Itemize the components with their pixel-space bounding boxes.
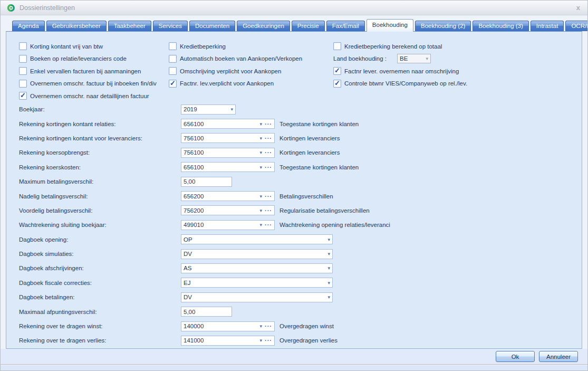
lookup-ellipsis-icon[interactable]: ···: [265, 207, 272, 214]
tab-gebruikersbeheer[interactable]: Gebruikersbeheer: [46, 21, 107, 31]
wachtrekening-sluiting-select[interactable]: 499010 ▾ ···: [181, 220, 275, 230]
selected-value: DV: [184, 294, 325, 300]
rekening-over-te-dragen-verlies-select[interactable]: 141000 ▾ ···: [181, 336, 275, 346]
checkbox-factnr-lev-verplicht[interactable]: [169, 80, 177, 88]
dialog-footer: Ok Annuleer: [1, 349, 587, 364]
lookup-ellipsis-icon[interactable]: ···: [265, 323, 272, 329]
tab-precisie[interactable]: Precisie: [292, 21, 325, 31]
selected-value: 2019: [184, 106, 228, 112]
form-row: Wachtrekening sluiting boekjaar: 499010 …: [19, 218, 582, 232]
tab-taakbeheer[interactable]: Taakbeheer: [108, 21, 151, 31]
checkbox-column-2: Kredietbeperking Automatisch boeken van …: [169, 40, 333, 102]
chevron-down-icon: ▾: [259, 165, 262, 170]
checkbox-column-1: Korting kontant vrij van btw Boeken op r…: [19, 40, 169, 102]
checkbox-kredietbeperking-totaal[interactable]: [333, 42, 341, 50]
selected-value: OP: [184, 236, 325, 243]
account-description: Toegestane kortingen klanten: [279, 121, 359, 127]
lookup-ellipsis-icon[interactable]: ···: [265, 135, 272, 141]
checkbox-overnemen-omschr-detaillijnen[interactable]: [19, 92, 27, 100]
land-boekhouding-select[interactable]: BE ▾: [397, 54, 431, 63]
rekening-koerskosten-select[interactable]: 656100 ▾ ···: [181, 162, 275, 172]
tab-fax-email[interactable]: Fax/Email: [326, 21, 365, 31]
field-label: Voordelig betalingsverschil:: [19, 207, 181, 214]
checkbox-overnemen-omschr-fin-div[interactable]: [19, 80, 27, 88]
lookup-ellipsis-icon[interactable]: ···: [265, 121, 272, 127]
tab-boekhouding-3[interactable]: Boekhouding (3): [473, 21, 528, 31]
form-row: Dagboek simulaties: DV ▾: [19, 246, 582, 261]
checkbox-label: Kredietbeperking: [180, 43, 226, 50]
check-row: Factnr. lev.verplicht voor Aankopen: [169, 78, 333, 90]
check-row: Overnemen omschr. naar detaillijnen fact…: [19, 90, 169, 102]
panel-content: Korting kontant vrij van btw Boeken op r…: [6, 32, 582, 348]
dagboek-afschrijvingen-select[interactable]: AS ▾: [181, 263, 333, 273]
account-description: Overgedragen verlies: [279, 337, 338, 344]
field-label: Maximum betalingsverschil:: [19, 178, 181, 185]
selected-value: 756100: [184, 135, 257, 141]
tab-intrastat[interactable]: Intrastat: [531, 21, 564, 31]
form-row: Rekening kortingen kontant voor leveranc…: [19, 131, 582, 145]
checkbox-omschrijving-verplicht[interactable]: [169, 67, 177, 75]
rekening-kortingen-relaties-select[interactable]: 656100 ▾ ···: [181, 119, 275, 129]
dagboek-opening-select[interactable]: OP ▾: [181, 234, 333, 244]
lookup-ellipsis-icon[interactable]: ···: [265, 337, 272, 344]
maximaal-afpuntingsverschil-input[interactable]: [181, 307, 232, 317]
maximum-betalingsverschil-input[interactable]: [181, 177, 232, 187]
checkbox-label: Kredietbeperking berekend op totaal: [344, 43, 442, 50]
field-label: Dagboek fiscale correcties:: [19, 280, 181, 286]
chevron-down-icon: ▾: [327, 265, 330, 271]
chevron-down-icon: ▾: [259, 150, 262, 155]
account-description: Kortingen leveranciers: [279, 149, 340, 156]
tab-boekhouding[interactable]: Boekhouding: [367, 19, 413, 32]
account-description: Overgedragen winst: [279, 323, 334, 329]
checkbox-label: Enkel vervallen facturen bij aanmaningen: [30, 68, 141, 74]
title-bar: Dossierinstellingen x: [1, 1, 587, 15]
form-row: Maximaal afpuntingsverschil:: [19, 305, 582, 319]
field-label: Rekening koerskosten:: [19, 164, 181, 170]
checkbox-controle-btwnr-vies[interactable]: [333, 80, 341, 88]
chevron-down-icon: ▾: [426, 56, 428, 61]
checkbox-automatisch-boeken[interactable]: [169, 55, 177, 63]
form-row: Rekening koerskosten: 656100 ▾ ··· Toege…: [19, 160, 582, 174]
field-label: Rekening over te dragen verlies:: [19, 337, 181, 344]
tab-goedkeuringen[interactable]: Goedkeuringen: [237, 21, 290, 31]
tab-services[interactable]: Services: [153, 21, 188, 31]
lookup-ellipsis-icon[interactable]: ···: [265, 164, 272, 170]
lookup-ellipsis-icon[interactable]: ···: [265, 222, 272, 228]
lookup-ellipsis-icon[interactable]: ···: [265, 149, 272, 156]
check-row: Overnemen omschr. factuur bij inboeken f…: [19, 78, 169, 90]
boekjaar-select[interactable]: 2019 ▾: [181, 104, 236, 115]
nadelig-betalingsverschil-select[interactable]: 656200 ▾ ···: [181, 191, 275, 201]
check-row: Boeken op relatie/leveranciers code: [19, 53, 169, 65]
dagboek-betalingen-select[interactable]: DV ▾: [181, 292, 333, 302]
field-label: Nadelig betalingsverschil:: [19, 193, 181, 199]
voordelig-betalingsverschil-select[interactable]: 756200 ▾ ···: [181, 205, 275, 215]
selected-value: 656100: [184, 164, 257, 170]
checkbox-grid: Korting kontant vrij van btw Boeken op r…: [19, 40, 582, 102]
tab-agenda[interactable]: Agenda: [12, 21, 45, 31]
lookup-ellipsis-icon[interactable]: ···: [265, 193, 272, 199]
chevron-down-icon: ▾: [327, 280, 330, 286]
dagboek-simulaties-select[interactable]: DV ▾: [181, 249, 333, 259]
tab-ocr-e-fff[interactable]: OCR/E-FFF: [565, 21, 588, 31]
checkbox-factnr-overnemen-omschrijving[interactable]: [333, 67, 341, 75]
rekening-over-te-dragen-winst-select[interactable]: 140000 ▾ ···: [181, 321, 275, 331]
account-description: Kortingen leveranciers: [279, 135, 340, 141]
chevron-down-icon: ▾: [327, 251, 330, 256]
checkbox-boeken-op-relatiecode[interactable]: [19, 55, 27, 63]
tab-documenten[interactable]: Documenten: [189, 21, 235, 31]
rekening-kortingen-leveranciers-select[interactable]: 756100 ▾ ···: [181, 133, 275, 143]
form-row: Boekjaar: 2019 ▾: [19, 102, 582, 117]
checkbox-kredietbeperking[interactable]: [169, 42, 177, 50]
rekening-koersopbrengst-select[interactable]: 756100 ▾ ···: [181, 148, 275, 158]
checkbox-label: Boeken op relatie/leveranciers code: [30, 55, 127, 62]
tab-boekhouding-2[interactable]: Boekhouding (2): [415, 21, 471, 31]
checkbox-enkel-vervallen-facturen[interactable]: [19, 67, 27, 75]
check-row: Korting kontant vrij van btw: [19, 40, 169, 53]
dagboek-fiscale-correcties-select[interactable]: EJ ▾: [181, 278, 333, 288]
checkbox-korting-kontant-vrij-btw[interactable]: [19, 42, 27, 50]
form-row: Nadelig betalingsverschil: 656200 ▾ ··· …: [19, 189, 582, 203]
ok-button[interactable]: Ok: [496, 351, 535, 362]
field-label: Dagboek betalingen:: [19, 294, 181, 300]
annuleer-button[interactable]: Annuleer: [539, 351, 578, 362]
close-icon[interactable]: x: [575, 4, 581, 12]
